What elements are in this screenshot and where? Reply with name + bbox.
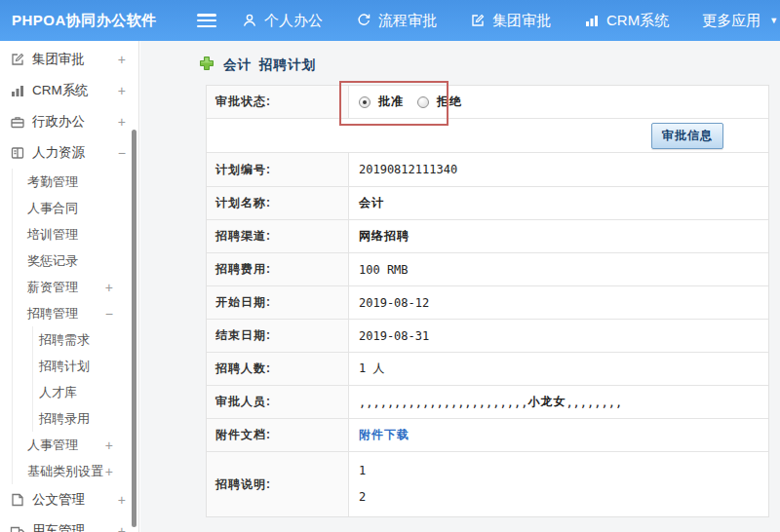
nav-label: CRM系统 xyxy=(606,12,669,30)
sidebar-item-recruit-plan[interactable]: 招聘计划 xyxy=(33,353,138,379)
truck-icon xyxy=(10,523,26,532)
sidebar-scrollbar[interactable] xyxy=(132,130,136,527)
sidebar-label: CRM系统 xyxy=(32,82,89,99)
headcount-value: 1 人 xyxy=(359,361,384,377)
briefcase-icon xyxy=(10,114,26,130)
nav-workflow-approval[interactable]: 流程审批 xyxy=(356,12,437,30)
approval-status-radios: 批准 拒绝 xyxy=(359,94,462,110)
expand-icon[interactable]: + xyxy=(105,280,113,295)
row-headcount: 招聘人数: 1 人 xyxy=(207,353,768,386)
row-attachment: 附件文档: 附件下载 xyxy=(207,419,768,452)
hr-subtree: 考勤管理 人事合同 培训管理 奖惩记录 薪资管理 + 招聘管理 − 招聘需求 招… xyxy=(12,169,138,484)
sidebar-item-reward-punish[interactable]: 奖惩记录 xyxy=(13,247,138,274)
nav-group-approval[interactable]: 集团审批 xyxy=(470,12,551,30)
title-group: 会计 xyxy=(223,57,252,74)
document-icon xyxy=(10,492,26,508)
sidebar-label: 人力资源 xyxy=(32,144,85,162)
book-icon xyxy=(10,145,26,161)
end-date-value: 2019-08-31 xyxy=(359,329,429,343)
row-end-date: 结束日期: 2019-08-31 xyxy=(207,320,768,353)
plan-number-value: 20190812111340 xyxy=(359,163,457,176)
plan-name-value: 会计 xyxy=(359,195,384,211)
title-page: 招聘计划 xyxy=(259,57,316,74)
row-plan-number: 计划编号: 20190812111340 xyxy=(207,153,768,187)
radio-unselected-icon[interactable] xyxy=(417,96,429,108)
bar-chart-icon xyxy=(584,13,600,28)
sidebar-nav: 集团审批 + CRM系统 + 行政办公 + 人 xyxy=(0,41,139,532)
sidebar-item-personnel-mgmt[interactable]: 人事管理 + xyxy=(13,432,138,458)
sidebar-item-doc-mgmt[interactable]: 公文管理 + xyxy=(0,484,138,515)
top-nav: 个人办公 流程审批 集团审批 xyxy=(242,12,778,30)
main-content: 会计 招聘计划 审批状态: 批准 拒绝 xyxy=(140,41,780,532)
approval-form-table: 审批状态: 批准 拒绝 xyxy=(206,85,769,517)
sidebar-label: 集团审批 xyxy=(32,51,85,68)
row-start-date: 开始日期: 2019-08-12 xyxy=(207,286,768,320)
row-approval-status: 审批状态: 批准 拒绝 xyxy=(207,86,768,119)
nav-label: 更多应用 xyxy=(702,12,760,30)
radio-selected-icon[interactable] xyxy=(359,96,370,108)
expand-icon[interactable]: + xyxy=(105,437,113,453)
caret-down-icon: ▼ xyxy=(769,16,778,25)
approvers-suffix: ,,,,,,,, xyxy=(566,396,622,409)
nav-label: 集团审批 xyxy=(492,12,551,30)
sidebar-item-vehicle-mgmt[interactable]: 用车管理 + xyxy=(0,515,138,532)
approvers-prefix: ,,,,,,,,,,,,,,,,,,,,,,,, xyxy=(359,396,527,409)
sidebar-label: 公文管理 xyxy=(32,491,85,509)
row-recruit-cost: 招聘费用: 100 RMB xyxy=(207,253,768,286)
edit-icon xyxy=(470,13,486,28)
sidebar-item-hr[interactable]: 人力资源 − xyxy=(0,137,138,169)
app-logo: PHPOA协同办公软件 xyxy=(12,12,179,30)
collapse-icon[interactable]: − xyxy=(118,145,126,161)
radio-approve[interactable]: 批准 xyxy=(359,94,404,110)
field-label: 审批状态: xyxy=(215,94,271,110)
bar-chart-icon xyxy=(10,83,26,98)
nav-label: 流程审批 xyxy=(378,12,437,30)
expand-icon[interactable]: + xyxy=(118,492,126,508)
collapse-icon[interactable]: − xyxy=(105,306,113,322)
approver-name: 小龙女 xyxy=(527,394,566,410)
recruit-channel-value: 网络招聘 xyxy=(359,228,410,245)
sidebar-item-admin-office[interactable]: 行政办公 + xyxy=(0,106,138,137)
app-window: PHPOA协同办公软件 个人办公 流程审批 xyxy=(0,0,780,532)
sidebar-label: 行政办公 xyxy=(32,113,85,131)
page-title: 会计 招聘计划 xyxy=(199,56,780,75)
row-approvers: 审批人员: ,,,,,,,,,,,,,,,,,,,,,,,, 小龙女 ,,,,,… xyxy=(207,386,768,419)
history-icon xyxy=(356,13,371,28)
expand-icon[interactable]: + xyxy=(118,52,126,67)
recruit-subtree: 招聘需求 招聘计划 人才库 招聘录用 xyxy=(32,326,138,432)
row-recruit-description: 招聘说明: 1 2 xyxy=(207,452,768,516)
recruit-cost-value: 100 RMB xyxy=(359,263,409,277)
nav-label: 个人办公 xyxy=(264,12,323,30)
row-approval-button: 审批信息 xyxy=(207,119,768,153)
sidebar-item-hr-contract[interactable]: 人事合同 xyxy=(13,195,138,221)
description-line-1: 1 xyxy=(359,458,366,484)
add-plus-icon[interactable] xyxy=(199,56,214,75)
start-date-value: 2019-08-12 xyxy=(359,296,429,310)
description-line-2: 2 xyxy=(359,484,366,511)
row-recruit-channel: 招聘渠道: 网络招聘 xyxy=(207,220,768,253)
sidebar-item-base-category[interactable]: 基础类别设置 + xyxy=(13,458,138,484)
sidebar-item-attendance[interactable]: 考勤管理 xyxy=(13,169,138,195)
sidebar-item-salary[interactable]: 薪资管理 + xyxy=(13,274,138,300)
sidebar-item-training[interactable]: 培训管理 xyxy=(13,221,138,247)
nav-more-apps[interactable]: 更多应用 ▼ xyxy=(702,12,778,30)
radio-reject[interactable]: 拒绝 xyxy=(417,94,462,110)
sidebar-item-recruit-mgmt[interactable]: 招聘管理 − xyxy=(13,300,138,326)
sidebar-item-recruit-hire[interactable]: 招聘录用 xyxy=(33,405,138,432)
expand-icon[interactable]: + xyxy=(118,83,126,98)
expand-icon[interactable]: + xyxy=(118,114,126,130)
approval-info-button[interactable]: 审批信息 xyxy=(651,123,723,149)
sidebar-item-talent-pool[interactable]: 人才库 xyxy=(33,379,138,405)
row-plan-name: 计划名称: 会计 xyxy=(207,187,768,220)
expand-icon[interactable]: + xyxy=(118,523,126,532)
sidebar-item-group-approval[interactable]: 集团审批 + xyxy=(0,44,138,75)
nav-crm[interactable]: CRM系统 xyxy=(584,12,669,30)
edit-icon xyxy=(10,52,26,67)
top-header: PHPOA协同办公软件 个人办公 流程审批 xyxy=(0,0,780,41)
sidebar-item-recruit-demand[interactable]: 招聘需求 xyxy=(33,326,138,353)
hamburger-menu-icon[interactable] xyxy=(197,14,216,27)
attachment-download-link[interactable]: 附件下载 xyxy=(359,427,410,443)
sidebar-item-crm[interactable]: CRM系统 + xyxy=(0,75,138,106)
nav-personal-office[interactable]: 个人办公 xyxy=(242,12,323,30)
expand-icon[interactable]: + xyxy=(105,464,113,479)
